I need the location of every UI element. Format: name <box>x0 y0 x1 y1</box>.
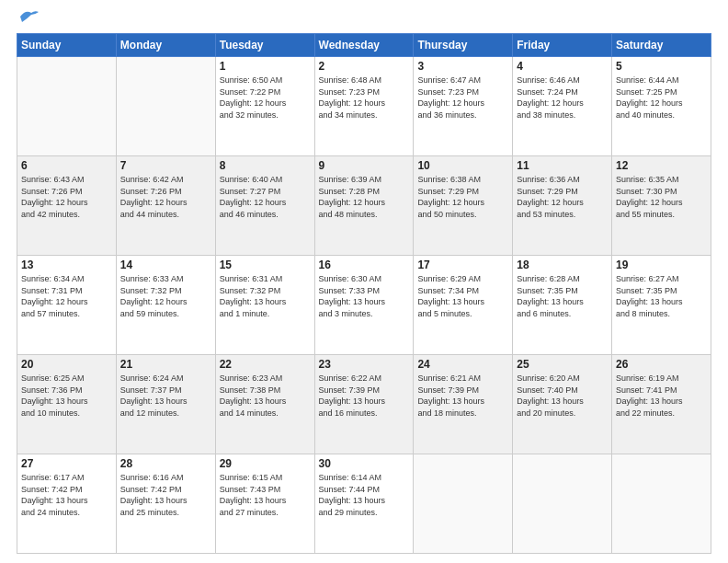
day-number: 30 <box>319 457 410 470</box>
calendar-cell: 12Sunrise: 6:35 AM Sunset: 7:30 PM Dayli… <box>612 156 711 256</box>
calendar-cell: 22Sunrise: 6:23 AM Sunset: 7:38 PM Dayli… <box>215 355 314 454</box>
day-info: Sunrise: 6:44 AM Sunset: 7:25 PM Dayligh… <box>616 75 707 121</box>
calendar-cell: 1Sunrise: 6:50 AM Sunset: 7:22 PM Daylig… <box>215 57 314 156</box>
calendar-week-row: 13Sunrise: 6:34 AM Sunset: 7:31 PM Dayli… <box>17 256 711 355</box>
weekday-header-tuesday: Tuesday <box>215 34 314 57</box>
day-number: 11 <box>517 159 608 172</box>
calendar-cell: 24Sunrise: 6:21 AM Sunset: 7:39 PM Dayli… <box>414 355 513 454</box>
calendar-cell: 13Sunrise: 6:34 AM Sunset: 7:31 PM Dayli… <box>17 256 117 355</box>
calendar-week-row: 27Sunrise: 6:17 AM Sunset: 7:42 PM Dayli… <box>17 454 711 554</box>
calendar-cell: 21Sunrise: 6:24 AM Sunset: 7:37 PM Dayli… <box>116 355 215 454</box>
calendar-cell <box>513 454 612 554</box>
day-number: 5 <box>616 60 707 73</box>
calendar-cell: 27Sunrise: 6:17 AM Sunset: 7:42 PM Dayli… <box>17 454 117 554</box>
calendar-cell: 18Sunrise: 6:28 AM Sunset: 7:35 PM Dayli… <box>513 256 612 355</box>
day-info: Sunrise: 6:22 AM Sunset: 7:39 PM Dayligh… <box>319 373 410 419</box>
day-info: Sunrise: 6:15 AM Sunset: 7:43 PM Dayligh… <box>220 472 311 518</box>
calendar-week-row: 1Sunrise: 6:50 AM Sunset: 7:22 PM Daylig… <box>17 57 711 156</box>
calendar-cell: 3Sunrise: 6:47 AM Sunset: 7:23 PM Daylig… <box>414 57 513 156</box>
day-number: 24 <box>417 358 508 371</box>
logo-bird-icon <box>18 9 39 24</box>
day-number: 19 <box>616 259 707 271</box>
calendar-cell: 6Sunrise: 6:43 AM Sunset: 7:26 PM Daylig… <box>17 156 117 256</box>
calendar-cell: 30Sunrise: 6:14 AM Sunset: 7:44 PM Dayli… <box>314 454 414 554</box>
calendar-cell: 8Sunrise: 6:40 AM Sunset: 7:27 PM Daylig… <box>215 156 314 256</box>
day-number: 12 <box>616 159 707 172</box>
calendar-cell: 23Sunrise: 6:22 AM Sunset: 7:39 PM Dayli… <box>314 355 414 454</box>
day-info: Sunrise: 6:31 AM Sunset: 7:32 PM Dayligh… <box>220 273 311 319</box>
calendar-cell: 20Sunrise: 6:25 AM Sunset: 7:36 PM Dayli… <box>17 355 117 454</box>
calendar-cell: 10Sunrise: 6:38 AM Sunset: 7:29 PM Dayli… <box>414 156 513 256</box>
calendar-cell: 26Sunrise: 6:19 AM Sunset: 7:41 PM Dayli… <box>612 355 711 454</box>
day-number: 8 <box>220 159 311 172</box>
day-info: Sunrise: 6:43 AM Sunset: 7:26 PM Dayligh… <box>21 174 112 220</box>
calendar-cell: 29Sunrise: 6:15 AM Sunset: 7:43 PM Dayli… <box>215 454 314 554</box>
calendar-cell: 11Sunrise: 6:36 AM Sunset: 7:29 PM Dayli… <box>513 156 612 256</box>
day-info: Sunrise: 6:42 AM Sunset: 7:26 PM Dayligh… <box>120 174 211 220</box>
day-number: 17 <box>417 259 508 271</box>
day-info: Sunrise: 6:40 AM Sunset: 7:27 PM Dayligh… <box>220 174 311 220</box>
day-number: 3 <box>417 60 508 73</box>
calendar-cell <box>116 57 215 156</box>
day-number: 21 <box>120 358 211 371</box>
day-info: Sunrise: 6:14 AM Sunset: 7:44 PM Dayligh… <box>319 472 410 518</box>
header <box>17 17 711 24</box>
day-info: Sunrise: 6:38 AM Sunset: 7:29 PM Dayligh… <box>417 174 508 220</box>
calendar-cell: 19Sunrise: 6:27 AM Sunset: 7:35 PM Dayli… <box>612 256 711 355</box>
day-number: 4 <box>517 60 608 73</box>
calendar-cell: 7Sunrise: 6:42 AM Sunset: 7:26 PM Daylig… <box>116 156 215 256</box>
weekday-header-row: SundayMondayTuesdayWednesdayThursdayFrid… <box>17 34 711 57</box>
weekday-header-saturday: Saturday <box>612 34 711 57</box>
day-number: 9 <box>319 159 410 172</box>
weekday-header-wednesday: Wednesday <box>314 34 414 57</box>
day-number: 20 <box>21 358 112 371</box>
page: SundayMondayTuesdayWednesdayThursdayFrid… <box>0 0 728 563</box>
day-number: 28 <box>120 457 211 470</box>
day-number: 26 <box>616 358 707 371</box>
calendar-cell: 9Sunrise: 6:39 AM Sunset: 7:28 PM Daylig… <box>314 156 414 256</box>
day-number: 25 <box>517 358 608 371</box>
calendar-week-row: 20Sunrise: 6:25 AM Sunset: 7:36 PM Dayli… <box>17 355 711 454</box>
calendar-cell: 4Sunrise: 6:46 AM Sunset: 7:24 PM Daylig… <box>513 57 612 156</box>
day-info: Sunrise: 6:17 AM Sunset: 7:42 PM Dayligh… <box>21 472 112 518</box>
day-info: Sunrise: 6:29 AM Sunset: 7:34 PM Dayligh… <box>417 273 508 319</box>
day-info: Sunrise: 6:48 AM Sunset: 7:23 PM Dayligh… <box>319 75 410 121</box>
calendar-week-row: 6Sunrise: 6:43 AM Sunset: 7:26 PM Daylig… <box>17 156 711 256</box>
day-info: Sunrise: 6:34 AM Sunset: 7:31 PM Dayligh… <box>21 273 112 319</box>
weekday-header-friday: Friday <box>513 34 612 57</box>
day-info: Sunrise: 6:23 AM Sunset: 7:38 PM Dayligh… <box>220 373 311 419</box>
day-info: Sunrise: 6:24 AM Sunset: 7:37 PM Dayligh… <box>120 373 211 419</box>
day-number: 14 <box>120 259 211 271</box>
calendar-cell: 25Sunrise: 6:20 AM Sunset: 7:40 PM Dayli… <box>513 355 612 454</box>
day-number: 18 <box>517 259 608 271</box>
day-number: 7 <box>120 159 211 172</box>
day-info: Sunrise: 6:33 AM Sunset: 7:32 PM Dayligh… <box>120 273 211 319</box>
calendar-cell: 28Sunrise: 6:16 AM Sunset: 7:42 PM Dayli… <box>116 454 215 554</box>
day-info: Sunrise: 6:21 AM Sunset: 7:39 PM Dayligh… <box>417 373 508 419</box>
calendar-cell: 15Sunrise: 6:31 AM Sunset: 7:32 PM Dayli… <box>215 256 314 355</box>
day-info: Sunrise: 6:27 AM Sunset: 7:35 PM Dayligh… <box>616 273 707 319</box>
day-number: 29 <box>220 457 311 470</box>
day-info: Sunrise: 6:19 AM Sunset: 7:41 PM Dayligh… <box>616 373 707 419</box>
day-info: Sunrise: 6:50 AM Sunset: 7:22 PM Dayligh… <box>220 75 311 121</box>
calendar-cell: 16Sunrise: 6:30 AM Sunset: 7:33 PM Dayli… <box>314 256 414 355</box>
calendar-cell <box>612 454 711 554</box>
calendar-table: SundayMondayTuesdayWednesdayThursdayFrid… <box>17 33 711 554</box>
day-info: Sunrise: 6:16 AM Sunset: 7:42 PM Dayligh… <box>120 472 211 518</box>
day-number: 22 <box>220 358 311 371</box>
day-info: Sunrise: 6:28 AM Sunset: 7:35 PM Dayligh… <box>517 273 608 319</box>
day-info: Sunrise: 6:47 AM Sunset: 7:23 PM Dayligh… <box>417 75 508 121</box>
weekday-header-sunday: Sunday <box>17 34 117 57</box>
day-info: Sunrise: 6:35 AM Sunset: 7:30 PM Dayligh… <box>616 174 707 220</box>
day-info: Sunrise: 6:39 AM Sunset: 7:28 PM Dayligh… <box>319 174 410 220</box>
day-info: Sunrise: 6:20 AM Sunset: 7:40 PM Dayligh… <box>517 373 608 419</box>
day-number: 23 <box>319 358 410 371</box>
day-number: 16 <box>319 259 410 271</box>
day-number: 2 <box>319 60 410 73</box>
weekday-header-monday: Monday <box>116 34 215 57</box>
logo <box>17 17 39 24</box>
day-number: 15 <box>220 259 311 271</box>
day-number: 13 <box>21 259 112 271</box>
day-info: Sunrise: 6:36 AM Sunset: 7:29 PM Dayligh… <box>517 174 608 220</box>
day-info: Sunrise: 6:46 AM Sunset: 7:24 PM Dayligh… <box>517 75 608 121</box>
